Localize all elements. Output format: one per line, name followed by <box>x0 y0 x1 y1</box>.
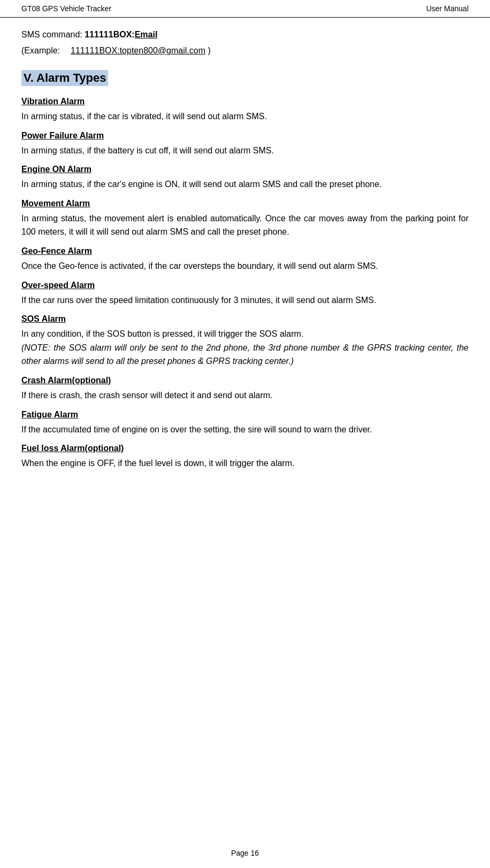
alarm-title-5: Over-speed Alarm <box>21 281 469 290</box>
header-right: User Manual <box>426 4 469 13</box>
section-title: V. Alarm Types <box>21 70 108 86</box>
sms-bold: 111111BOX: <box>85 30 134 39</box>
sms-label: SMS command: <box>21 30 85 39</box>
alarm-title-4: Geo-Fence Alarm <box>21 246 469 256</box>
alarm-title-0: Vibration Alarm <box>21 97 469 106</box>
alarm-body-6: In any condition, if the SOS button is p… <box>21 327 469 368</box>
alarm-section-7: Crash Alarm(optional)If there is crash, … <box>21 376 469 402</box>
alarm-body-7: If there is crash, the crash sensor will… <box>21 389 469 402</box>
example-label: (Example: <box>21 46 60 55</box>
alarm-title-9: Fuel loss Alarm(optional) <box>21 444 469 453</box>
alarm-title-2: Engine ON Alarm <box>21 165 469 174</box>
alarm-note-6: (NOTE: the SOS alarm will only be sent t… <box>21 343 469 366</box>
alarm-section-9: Fuel loss Alarm(optional)When the engine… <box>21 444 469 470</box>
page-content: SMS command: 111111BOX:Email (Example:11… <box>0 18 490 510</box>
alarm-title-1: Power Failure Alarm <box>21 131 469 141</box>
alarm-section-0: Vibration AlarmIn arming status, if the … <box>21 97 469 123</box>
alarm-body-9: When the engine is OFF, if the fuel leve… <box>21 456 469 470</box>
alarm-section-3: Movement AlarmIn arming status, the move… <box>21 199 469 239</box>
header-left: GT08 GPS Vehicle Tracker <box>21 4 111 13</box>
example-value: 111111BOX:topten800@gmail.com <box>71 46 205 55</box>
alarm-section-4: Geo-Fence AlarmOnce the Geo-fence is act… <box>21 246 469 273</box>
alarm-section-1: Power Failure AlarmIn arming status, if … <box>21 131 469 158</box>
alarm-body-0: In arming status, if the car is vibrated… <box>21 110 469 123</box>
alarm-body-4: Once the Geo-fence is activated, if the … <box>21 259 469 273</box>
example-line: (Example:111111BOX:topten800@gmail.com ) <box>21 44 469 57</box>
alarm-title-8: Fatigue Alarm <box>21 410 469 420</box>
sms-command-line: SMS command: 111111BOX:Email <box>21 28 469 41</box>
alarm-section-5: Over-speed AlarmIf the car runs over the… <box>21 281 469 307</box>
alarm-body-5: If the car runs over the speed limitatio… <box>21 293 469 307</box>
page-footer: Page 16 <box>0 849 490 857</box>
alarms-container: Vibration AlarmIn arming status, if the … <box>21 97 469 470</box>
alarm-section-8: Fatigue AlarmIf the accumulated time of … <box>21 410 469 437</box>
alarm-title-3: Movement Alarm <box>21 199 469 208</box>
page-number: Page 16 <box>231 849 259 857</box>
alarm-section-2: Engine ON AlarmIn arming status, if the … <box>21 165 469 191</box>
alarm-title-6: SOS Alarm <box>21 314 469 324</box>
alarm-body-2: In arming status, if the car's engine is… <box>21 177 469 191</box>
example-close: ) <box>205 46 211 55</box>
page-header: GT08 GPS Vehicle Tracker User Manual <box>0 0 490 18</box>
alarm-body-3: In arming status, the movement alert is … <box>21 212 469 239</box>
sms-underline: Email <box>135 30 158 39</box>
alarm-body-8: If the accumulated time of engine on is … <box>21 423 469 437</box>
alarm-section-6: SOS AlarmIn any condition, if the SOS bu… <box>21 314 469 368</box>
alarm-title-7: Crash Alarm(optional) <box>21 376 469 385</box>
alarm-body-1: In arming status, if the battery is cut … <box>21 144 469 158</box>
